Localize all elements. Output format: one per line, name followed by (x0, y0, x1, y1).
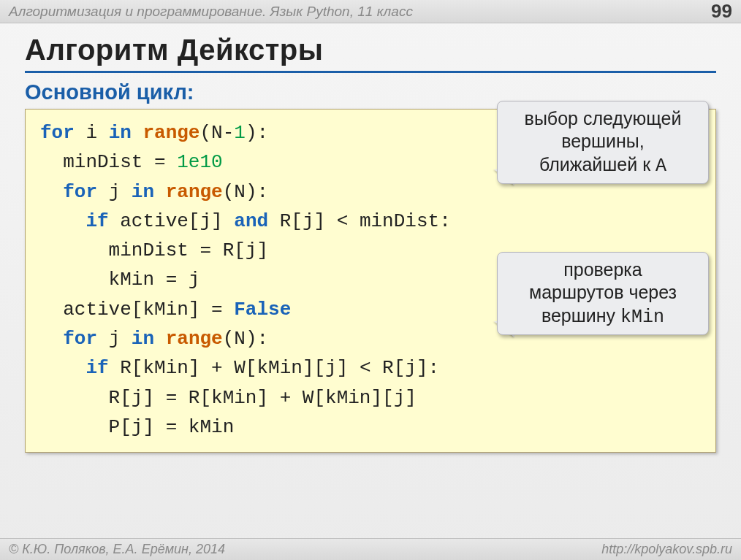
num-1: 1 (234, 122, 246, 144)
page-number: 99 (711, 0, 732, 23)
callout-check-routes: проверка маршрутов через вершину kMin (497, 252, 709, 335)
kw-for: for (63, 328, 97, 350)
kw-if: if (86, 210, 108, 232)
slide-content: Алгоритм Дейкстры Основной цикл: for i i… (0, 23, 741, 453)
kw-in: in (109, 122, 132, 144)
code-line: kMin = j (40, 269, 200, 291)
code-line: minDist = R[j] (40, 239, 268, 261)
slide-title: Алгоритм Дейкстры (25, 34, 716, 73)
code-line: R[j] = R[kMin] + W[kMin][j] (40, 387, 417, 409)
header-bar: Алгоритмизация и программирование. Язык … (0, 0, 741, 23)
kw-in: in (132, 328, 154, 350)
fn-range: range (166, 181, 223, 203)
kw-if: if (86, 357, 108, 379)
kw-in: in (132, 181, 154, 203)
code-line: P[j] = kMin (40, 416, 234, 438)
footer-url: http://kpolyakov.spb.ru (601, 542, 732, 557)
bool-false: False (234, 299, 291, 321)
callout-select-vertex: выбор следующей вершины, ближайшей к A (497, 101, 709, 184)
footer-copyright: © К.Ю. Поляков, Е.А. Ерёмин, 2014 (9, 542, 225, 557)
kw-for: for (63, 181, 97, 203)
footer-bar: © К.Ю. Поляков, Е.А. Ерёмин, 2014 http:/… (0, 538, 741, 560)
fn-range: range (142, 122, 200, 144)
header-title: Алгоритмизация и программирование. Язык … (9, 4, 413, 20)
fn-range: range (166, 328, 223, 350)
kw-for: for (40, 122, 75, 144)
num-1e10: 1e10 (177, 151, 222, 173)
kw-and: and (234, 210, 268, 232)
